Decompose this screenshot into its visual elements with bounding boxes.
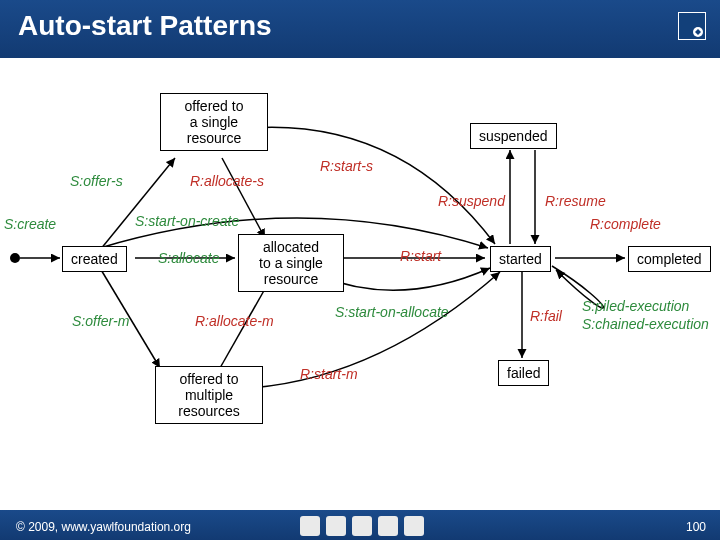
label-r-start: R:start [400,248,441,264]
svg-point-2 [10,253,20,263]
label-s-chained-execution: S:chained-execution [582,316,709,332]
label-s-offer-s: S:offer-s [70,173,123,189]
join-icon [378,516,398,536]
label-r-start-m: R:start-m [300,366,358,382]
label-s-start-on-create: S:start-on-create [135,213,239,229]
svg-line-4 [100,158,175,250]
label-s-allocate: S:allocate [158,250,219,266]
split-icon [352,516,372,536]
title-bar: Auto-start Patterns [0,0,720,58]
yawl-logo-icon [678,12,706,40]
state-created: created [62,246,127,272]
state-diagram: offered toa singleresource suspended cre… [0,58,720,478]
nav-next-icon [404,516,424,536]
label-s-piled-execution: S:piled-execution [582,298,689,314]
state-offered-single: offered toa singleresource [160,93,268,151]
footer-bar: © 2009, www.yawlfoundation.org 100 [0,510,720,540]
state-allocated-single: allocatedto a singleresource [238,234,344,292]
label-r-resume: R:resume [545,193,606,209]
state-suspended: suspended [470,123,557,149]
label-r-suspend: R:suspend [438,193,505,209]
state-started: started [490,246,551,272]
label-r-allocate-m: R:allocate-m [195,313,274,329]
label-r-complete: R:complete [590,216,661,232]
label-s-create: S:create [4,216,56,232]
footer-icons [300,516,424,536]
yawl-mark-icon [326,516,346,536]
slide: Auto-start Patterns [0,0,720,540]
copyright-text: © 2009, www.yawlfoundation.org [16,520,191,534]
label-r-fail: R:fail [530,308,562,324]
label-s-start-on-allocate: S:start-on-allocate [335,304,449,320]
page-number: 100 [686,520,706,534]
label-r-start-s: R:start-s [320,158,373,174]
state-offered-multiple: offered tomultipleresources [155,366,263,424]
state-completed: completed [628,246,711,272]
label-r-allocate-s: R:allocate-s [190,173,264,189]
label-s-offer-m: S:offer-m [72,313,129,329]
state-failed: failed [498,360,549,386]
nav-prev-icon [300,516,320,536]
slide-title: Auto-start Patterns [18,10,272,42]
